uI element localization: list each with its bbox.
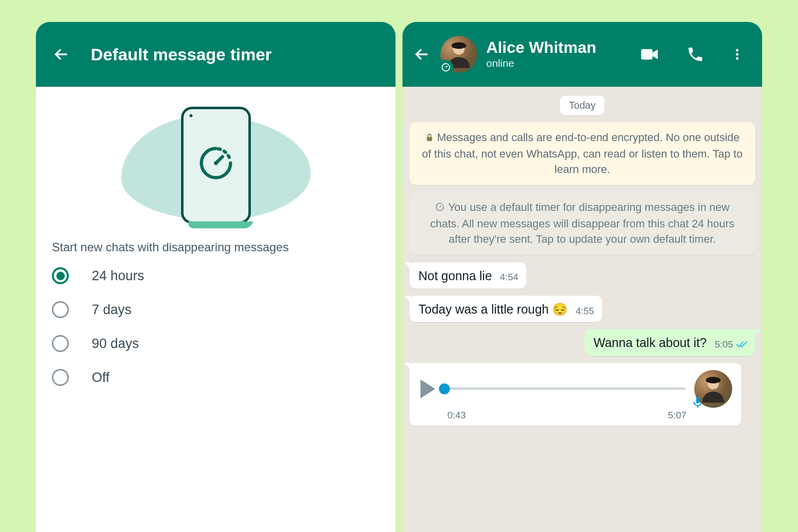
voice-avatar bbox=[694, 370, 732, 408]
svg-rect-11 bbox=[427, 137, 432, 141]
radio-label: 7 days bbox=[92, 302, 132, 318]
svg-line-6 bbox=[446, 66, 447, 68]
voice-track[interactable] bbox=[444, 387, 685, 390]
encryption-notice[interactable]: Messages and calls are end-to-end encryp… bbox=[409, 122, 755, 185]
svg-rect-7 bbox=[641, 49, 653, 60]
radio-icon bbox=[52, 267, 69, 284]
svg-line-12 bbox=[440, 206, 441, 207]
encryption-text: Messages and calls are end-to-end encryp… bbox=[422, 131, 743, 176]
message-time: 5:05 bbox=[715, 339, 747, 351]
message-bubble-in[interactable]: Not gonna lie 4:54 bbox=[409, 262, 526, 289]
timer-icon bbox=[197, 144, 235, 182]
arrow-left-icon bbox=[413, 46, 430, 63]
settings-panel: Default message timer Start new chats wi… bbox=[36, 22, 396, 532]
message-time: 4:54 bbox=[500, 271, 518, 284]
video-camera-icon bbox=[639, 44, 660, 65]
timer-radio-group: 24 hours 7 days 90 days Off bbox=[49, 267, 383, 386]
section-label: Start new chats with disappearing messag… bbox=[52, 240, 383, 254]
phone-icon bbox=[686, 45, 704, 63]
svg-point-8 bbox=[736, 49, 738, 51]
lock-icon bbox=[425, 133, 434, 142]
arrow-left-icon bbox=[53, 46, 70, 63]
settings-body: Start new chats with disappearing messag… bbox=[36, 87, 396, 532]
timer-option-90-days[interactable]: 90 days bbox=[52, 335, 383, 352]
voice-elapsed: 0:43 bbox=[447, 410, 466, 421]
settings-title: Default message timer bbox=[91, 45, 272, 64]
voice-message[interactable]: 0:43 5:07 bbox=[409, 363, 741, 426]
disappearing-badge bbox=[438, 60, 453, 75]
radio-icon bbox=[52, 301, 69, 318]
contact-info[interactable]: Alice Whitman online bbox=[486, 39, 636, 69]
contact-status: online bbox=[486, 57, 636, 69]
settings-header: Default message timer bbox=[36, 22, 396, 87]
voice-call-button[interactable] bbox=[683, 42, 707, 66]
chat-header-actions bbox=[636, 41, 747, 68]
message-text: Wanna talk about it? bbox=[594, 335, 707, 351]
microphone-icon bbox=[691, 396, 704, 409]
timer-notice[interactable]: You use a default timer for disappearing… bbox=[409, 192, 755, 255]
timer-notice-text: You use a default timer for disappearing… bbox=[430, 201, 734, 245]
message-bubble-out[interactable]: Wanna talk about it? 5:05 bbox=[585, 329, 755, 355]
chat-panel: Alice Whitman online Today Messages and … bbox=[402, 22, 762, 532]
svg-point-9 bbox=[736, 53, 738, 55]
voice-total: 5:07 bbox=[668, 410, 686, 421]
play-button[interactable] bbox=[420, 379, 435, 398]
message-text: Not gonna lie bbox=[418, 268, 492, 284]
more-vertical-icon bbox=[730, 47, 744, 61]
svg-rect-15 bbox=[696, 397, 700, 403]
back-button[interactable] bbox=[50, 45, 73, 63]
read-receipt-icon bbox=[736, 341, 747, 349]
radio-label: Off bbox=[92, 370, 110, 385]
radio-icon bbox=[52, 335, 69, 352]
message-text: Today was a little rough 😔 bbox=[418, 302, 568, 317]
contact-name: Alice Whitman bbox=[486, 39, 636, 56]
svg-point-5 bbox=[451, 42, 466, 49]
timer-icon bbox=[435, 202, 445, 212]
menu-button[interactable] bbox=[727, 44, 747, 64]
chat-header: Alice Whitman online bbox=[402, 22, 762, 87]
timer-option-7-days[interactable]: 7 days bbox=[52, 301, 383, 318]
radio-label: 90 days bbox=[92, 336, 139, 352]
svg-point-2 bbox=[213, 161, 217, 165]
back-button[interactable] bbox=[410, 45, 433, 63]
message-time: 4:55 bbox=[576, 305, 594, 318]
contact-avatar[interactable] bbox=[440, 36, 477, 73]
chat-body[interactable]: Today Messages and calls are end-to-end … bbox=[402, 87, 762, 532]
svg-point-10 bbox=[736, 57, 738, 60]
timer-option-24-hours[interactable]: 24 hours bbox=[52, 267, 383, 284]
timer-option-off[interactable]: Off bbox=[52, 369, 383, 386]
voice-thumb[interactable] bbox=[439, 383, 450, 394]
radio-label: 24 hours bbox=[92, 268, 144, 284]
date-pill: Today bbox=[560, 96, 604, 115]
timer-illustration bbox=[49, 96, 383, 230]
radio-icon bbox=[52, 369, 69, 386]
message-bubble-in[interactable]: Today was a little rough 😔 4:55 bbox=[409, 296, 602, 322]
video-call-button[interactable] bbox=[636, 41, 663, 68]
svg-point-14 bbox=[706, 376, 721, 383]
timer-icon bbox=[441, 62, 451, 72]
